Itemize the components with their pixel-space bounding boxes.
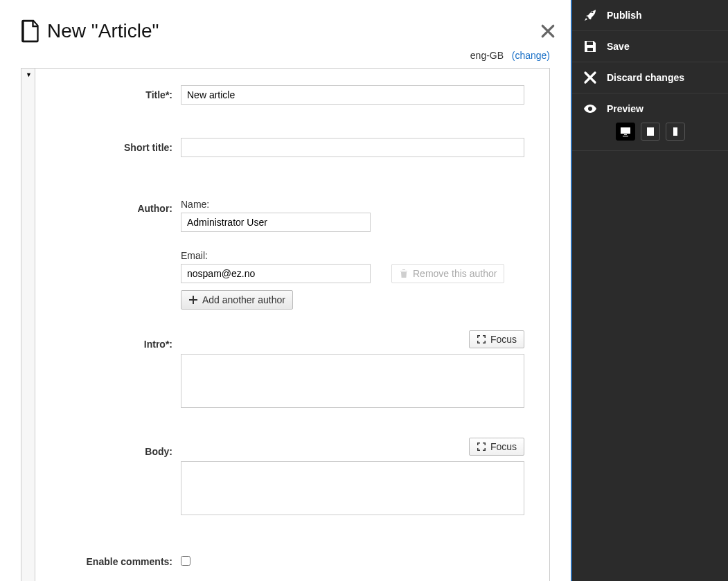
main-panel: New "Article" eng-GB (change) ▼ Title*: … xyxy=(0,0,572,581)
short-title-input[interactable] xyxy=(181,138,524,157)
form-grid: Title*: Short title: Author: Name: Email… xyxy=(35,69,549,581)
device-row xyxy=(583,123,717,141)
preview-tablet-button[interactable] xyxy=(641,123,660,141)
author-email-input[interactable] xyxy=(181,264,371,283)
expand-icon xyxy=(477,442,486,452)
remove-author-button: Remove this author xyxy=(391,264,504,283)
body-focus-label: Focus xyxy=(490,441,517,452)
intro-label: Intro*: xyxy=(35,310,181,410)
desktop-icon xyxy=(620,127,631,136)
page-title: New "Article" xyxy=(47,20,159,42)
close-button[interactable] xyxy=(540,24,556,41)
trash-icon xyxy=(399,269,409,278)
preview-section: Preview xyxy=(572,93,728,151)
title-label: Title*: xyxy=(35,69,181,105)
title-input[interactable] xyxy=(181,85,524,105)
plus-icon xyxy=(188,295,198,305)
intro-textarea[interactable] xyxy=(181,354,524,408)
add-author-button[interactable]: Add another author xyxy=(181,290,293,310)
preview-label: Preview xyxy=(607,103,643,114)
publish-button[interactable]: Publish xyxy=(572,0,728,31)
close-icon xyxy=(540,24,556,39)
eye-icon xyxy=(583,102,597,116)
discard-label: Discard changes xyxy=(607,72,684,83)
save-icon xyxy=(583,39,597,53)
intro-focus-button[interactable]: Focus xyxy=(469,330,524,348)
rocket-icon xyxy=(583,8,597,22)
header: New "Article" xyxy=(0,0,571,50)
tab-column[interactable]: ▼ xyxy=(21,69,35,581)
discard-icon xyxy=(583,71,597,84)
save-button[interactable]: Save xyxy=(572,31,728,62)
body-focus-button[interactable]: Focus xyxy=(469,438,524,456)
sidebar: Publish Save Discard changes Preview xyxy=(572,0,728,581)
mobile-icon xyxy=(670,127,681,136)
language-code: eng-GB xyxy=(470,50,504,61)
short-title-label: Short title: xyxy=(35,105,181,157)
save-label: Save xyxy=(607,41,630,52)
add-author-label: Add another author xyxy=(202,294,285,305)
change-language-link[interactable]: (change) xyxy=(512,50,550,61)
expand-icon xyxy=(477,334,486,344)
intro-focus-label: Focus xyxy=(490,334,517,345)
body-textarea[interactable] xyxy=(181,461,524,515)
body-label: Body: xyxy=(35,410,181,517)
author-name-label: Name: xyxy=(181,199,529,210)
enable-comments-checkbox[interactable] xyxy=(181,556,190,566)
enable-comments-label: Enable comments: xyxy=(35,517,181,568)
file-icon xyxy=(21,19,40,43)
author-email-label: Email: xyxy=(181,250,529,261)
discard-button[interactable]: Discard changes xyxy=(572,62,728,93)
language-row: eng-GB (change) xyxy=(0,50,571,68)
caret-down-icon: ▼ xyxy=(26,71,32,78)
author-name-input[interactable] xyxy=(181,213,371,232)
remove-author-label: Remove this author xyxy=(413,268,497,279)
author-label: Author: xyxy=(35,157,181,310)
preview-desktop-button[interactable] xyxy=(616,123,635,141)
tablet-icon xyxy=(645,127,656,136)
publish-label: Publish xyxy=(607,10,642,21)
preview-mobile-button[interactable] xyxy=(666,123,685,141)
form-container: ▼ Title*: Short title: Author: Name: Ema… xyxy=(21,68,550,581)
